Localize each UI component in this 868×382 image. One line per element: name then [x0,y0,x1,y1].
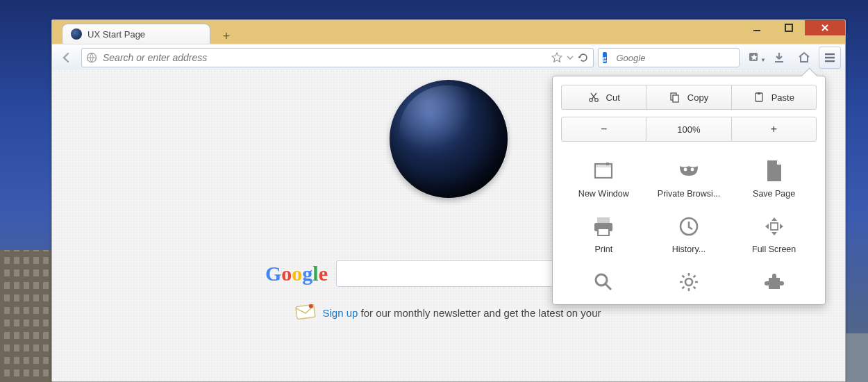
titlebar: UX Start Page + [52,20,845,44]
svg-rect-18 [597,217,610,223]
tab-active[interactable]: UX Start Page [62,24,210,44]
search-bar[interactable]: g [598,48,740,67]
menu-new-window[interactable]: New Window [561,154,646,206]
menu-fullscreen[interactable]: Full Screen [731,210,817,261]
bookmarks-icon [748,51,760,64]
cut-icon [588,92,599,103]
clock-icon [676,214,701,239]
zoom-level-label: 100% [677,124,700,135]
svg-rect-10 [673,95,678,102]
close-icon [820,23,830,33]
minimize-icon [753,24,761,32]
svg-rect-1 [785,24,792,31]
puzzle-icon [762,269,787,294]
menu-preferences[interactable] [646,265,732,301]
svg-rect-12 [758,92,760,94]
globe-icon [86,52,97,63]
cut-label: Cut [606,92,620,103]
svg-rect-14 [595,164,612,167]
minus-icon: − [601,123,607,135]
copy-icon [669,92,681,103]
window-minimize-button[interactable] [741,20,773,35]
svg-point-17 [691,168,694,172]
zoom-controls: − 100% + [561,117,817,142]
mask-icon [676,158,701,183]
back-arrow-icon [60,51,74,65]
menu-item-label: History... [672,244,706,254]
downloads-button[interactable] [769,47,790,68]
menu-save-page[interactable]: Save Page [731,154,817,206]
paste-button[interactable]: Paste [731,85,817,110]
maximize-icon [785,24,793,32]
menu-button[interactable] [819,47,841,69]
reload-icon[interactable] [578,52,589,63]
edit-controls: Cut Copy Paste [561,85,817,110]
bookmark-star-icon[interactable] [551,52,562,63]
copy-button[interactable]: Copy [646,85,731,110]
plus-icon: + [771,123,777,135]
copy-label: Copy [687,92,708,103]
zoom-out-button[interactable]: − [561,117,646,142]
zoom-in-button[interactable]: + [731,117,817,142]
plus-icon: + [223,29,231,44]
tab-favicon [71,28,82,40]
back-button[interactable] [56,47,77,68]
app-menu-panel: Cut Copy Paste − 100% + New Window P [552,76,826,305]
menu-item-label: Print [594,244,612,254]
newsletter-row: Sign up for our monthly newsletter and g… [296,305,601,320]
menu-grid: New Window Private Browsi... Save Page P… [561,154,817,301]
hamburger-icon [824,51,836,64]
menu-item-label: Private Browsi... [658,189,720,199]
url-input[interactable] [101,51,547,64]
tab-strip: UX Start Page + [62,23,235,44]
new-tab-button[interactable]: + [217,28,235,44]
tab-title: UX Start Page [87,29,145,40]
svg-rect-22 [771,223,778,230]
menu-find[interactable] [561,265,646,301]
chevron-down-icon: ▼ [760,57,766,63]
browser-window: UX Start Page + g [51,19,846,382]
home-button[interactable] [794,47,815,68]
cut-button[interactable]: Cut [561,85,646,110]
menu-print[interactable]: Print [561,210,646,261]
page-icon [762,158,787,183]
gear-icon [676,269,701,294]
url-bar[interactable] [81,48,594,67]
svg-rect-20 [598,229,609,235]
search-engine-icon[interactable]: g [603,52,607,63]
svg-rect-0 [753,30,760,31]
nightly-globe-logo [390,80,508,198]
svg-point-23 [596,274,607,285]
paste-icon [753,92,765,103]
window-close-button[interactable] [805,20,845,35]
svg-point-24 [685,279,692,285]
home-icon [797,51,811,65]
envelope-icon [295,304,317,322]
google-logo: Google [265,262,328,285]
menu-item-label: Full Screen [752,244,796,254]
newsletter-text: for our monthly newsletter and get the l… [358,307,601,319]
signup-link[interactable]: Sign up [322,307,358,319]
printer-icon [591,214,616,239]
menu-item-label: New Window [578,189,629,199]
menu-history[interactable]: History... [646,210,732,261]
svg-point-16 [684,168,687,172]
svg-rect-15 [606,163,609,165]
window-maximize-button[interactable] [773,20,805,35]
menu-private-browsing[interactable]: Private Browsi... [646,154,732,206]
menu-addons[interactable] [731,265,817,301]
bookmarks-menu-button[interactable]: ▼ [744,47,765,68]
nav-toolbar: g ▼ [52,44,845,72]
dropmarker-icon[interactable] [567,54,574,61]
download-icon [772,51,786,65]
zoom-reset-button[interactable]: 100% [646,117,731,142]
search-input[interactable] [615,52,735,64]
menu-item-label: Save Page [753,189,795,199]
fullscreen-icon [762,214,787,239]
window-icon [591,158,616,183]
paste-label: Paste [771,92,794,103]
search-icon [591,269,616,294]
